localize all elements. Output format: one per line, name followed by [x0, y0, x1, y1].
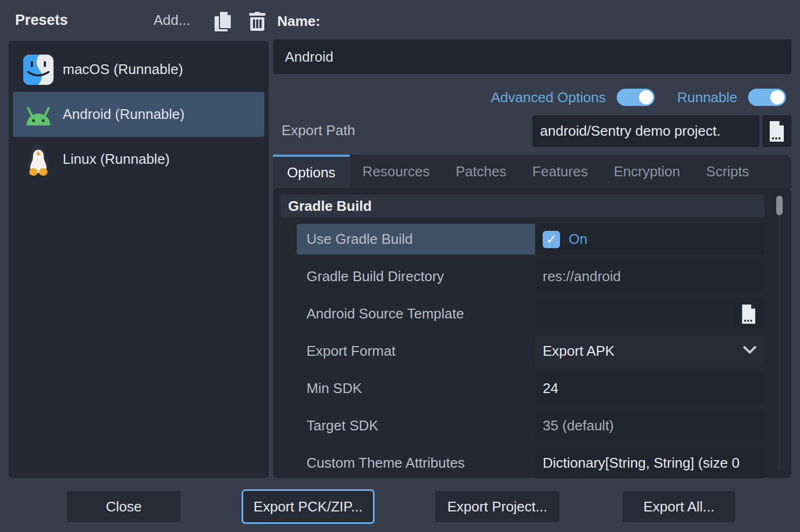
- toggle-knob: [639, 90, 653, 104]
- runnable-label: Runnable: [677, 89, 737, 106]
- export-pck-zip-button[interactable]: Export PCK/ZIP...: [243, 491, 373, 522]
- copy-icon: [214, 12, 232, 31]
- property-row-use-gradle-build: Use Gradle Build ✓ On: [281, 224, 764, 255]
- presets-header: Presets Add...: [15, 12, 269, 34]
- tab-patches[interactable]: Patches: [443, 155, 519, 188]
- file-icon: [741, 304, 756, 324]
- property-value: ✓ On: [535, 224, 764, 255]
- duplicate-preset-button[interactable]: [212, 11, 234, 32]
- property-label[interactable]: Use Gradle Build: [297, 224, 535, 255]
- property-value-input[interactable]: [535, 298, 729, 329]
- property-value-input[interactable]: res://android: [535, 261, 764, 292]
- macos-finder-icon: [23, 54, 54, 86]
- property-row-custom-theme-attributes: Custom Theme Attributes Dictionary[Strin…: [281, 448, 764, 478]
- tab-features[interactable]: Features: [519, 155, 601, 188]
- property-value-input[interactable]: Dictionary[String, String] (size 0: [535, 448, 764, 478]
- android-icon: [23, 98, 54, 131]
- export-project-button[interactable]: Export Project...: [435, 491, 559, 522]
- property-row-target-sdk: Target SDK 35 (default): [281, 410, 764, 441]
- tab-resources[interactable]: Resources: [350, 155, 443, 188]
- options-scrollbar[interactable]: [776, 195, 783, 471]
- property-row-gradle-build-directory: Gradle Build Directory res://android: [281, 261, 764, 292]
- export-format-dropdown[interactable]: Export APK: [535, 336, 764, 367]
- preset-list: macOS (Runnable) Android (Runnable) Linu…: [9, 41, 269, 478]
- file-icon: [769, 121, 785, 142]
- export-options-tabbar: Options Resources Patches Features Encry…: [273, 155, 791, 188]
- property-label[interactable]: Custom Theme Attributes: [297, 448, 535, 478]
- presets-title: Presets: [15, 12, 68, 28]
- linux-tux-icon: [23, 143, 54, 176]
- export-path-input[interactable]: android/Sentry demo project.: [532, 115, 759, 147]
- tab-options[interactable]: Options: [273, 155, 350, 188]
- checkbox-checked-icon[interactable]: ✓: [543, 231, 560, 248]
- template-browse-button[interactable]: [733, 298, 764, 329]
- runnable-toggle[interactable]: [748, 89, 786, 106]
- name-label: Name:: [277, 13, 320, 30]
- preset-item-label: macOS (Runnable): [63, 61, 183, 78]
- scrollbar-thumb[interactable]: [776, 196, 783, 215]
- property-label[interactable]: Export Format: [297, 336, 535, 367]
- property-value: [535, 298, 764, 329]
- property-label[interactable]: Gradle Build Directory: [297, 261, 535, 292]
- tab-scripts[interactable]: Scripts: [693, 155, 762, 188]
- scrollbar-track: [778, 195, 781, 471]
- tab-encryption[interactable]: Encryption: [601, 155, 693, 188]
- property-row-export-format: Export Format Export APK: [281, 336, 764, 367]
- property-label[interactable]: Target SDK: [297, 410, 535, 441]
- checkbox-state-label: On: [569, 231, 588, 248]
- property-row-min-sdk: Min SDK 24: [281, 373, 764, 404]
- advanced-options-toggle[interactable]: [617, 89, 655, 106]
- property-row-android-source-template: Android Source Template: [281, 298, 764, 329]
- property-label[interactable]: Min SDK: [297, 373, 535, 404]
- export-path-label: Export Path: [282, 122, 355, 139]
- toggle-knob: [770, 90, 784, 104]
- property-label[interactable]: Android Source Template: [297, 298, 535, 329]
- property-value-input[interactable]: 24: [535, 373, 764, 404]
- trash-icon: [248, 12, 266, 31]
- preset-item-android[interactable]: Android (Runnable): [13, 92, 264, 137]
- options-properties-panel: Gradle Build Use Gradle Build ✓ On Gradl…: [273, 188, 791, 478]
- dropdown-selected-value: Export APK: [543, 343, 615, 360]
- preset-item-linux[interactable]: Linux (Runnable): [13, 137, 264, 182]
- export-all-button[interactable]: Export All...: [623, 491, 735, 522]
- toggle-row: Advanced Options Runnable: [273, 85, 791, 109]
- advanced-options-label: Advanced Options: [491, 89, 605, 106]
- delete-preset-button[interactable]: [246, 11, 268, 32]
- name-input[interactable]: [273, 39, 791, 74]
- property-value-input[interactable]: 35 (default): [535, 410, 764, 441]
- preset-item-macos[interactable]: macOS (Runnable): [13, 47, 264, 92]
- section-header-gradle-build[interactable]: Gradle Build: [281, 195, 764, 217]
- add-preset-button[interactable]: Add...: [154, 12, 190, 29]
- preset-item-label: Android (Runnable): [63, 106, 184, 123]
- close-button[interactable]: Close: [67, 491, 181, 522]
- chevron-down-icon: [743, 345, 757, 355]
- export-path-browse-button[interactable]: [762, 115, 791, 147]
- preset-item-label: Linux (Runnable): [63, 151, 170, 168]
